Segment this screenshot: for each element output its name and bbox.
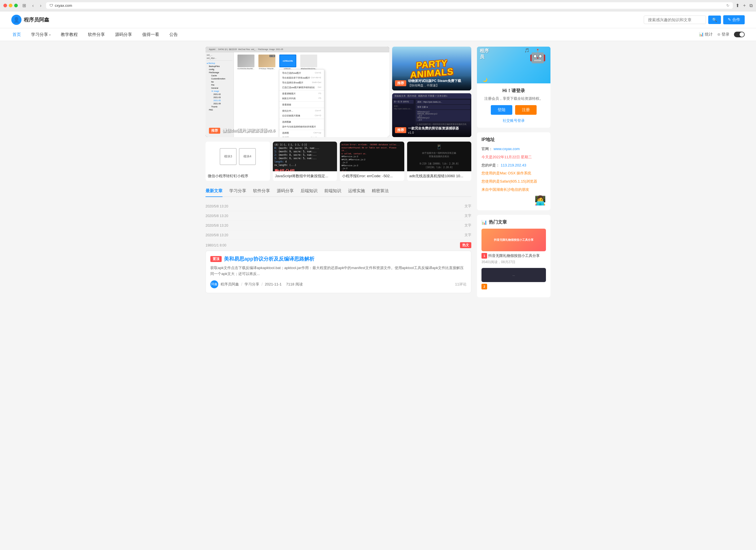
ip-website[interactable]: www.cxyax.com xyxy=(494,147,520,151)
logo[interactable]: 👤 程序员阿鑫 xyxy=(11,15,49,25)
dropdown-icon-learning: ▾ xyxy=(49,33,51,36)
traffic-light-yellow[interactable] xyxy=(9,4,12,7)
back-btn[interactable]: ‹ xyxy=(31,3,35,9)
article-footer: 阿鑫 程序员阿鑫 / 学习分享 / 2021-11-1 7118 阅读 11评论 xyxy=(210,280,466,288)
card-js-array[interactable]: (4) [{-}, {-}, {-}, {-}] 0: {month: 10, … xyxy=(273,142,337,181)
banner-decoration: 程序员 xyxy=(480,48,489,60)
fm-menu-find[interactable]: 查找文件...Ctrl+F xyxy=(279,109,324,113)
tab-learning[interactable]: 学习分享 xyxy=(229,186,246,197)
fm-sidebar-item: ▼ image xyxy=(207,90,232,93)
fm-menu-export-shift[interactable]: 导出选择目录dat图片Shift+Del xyxy=(279,80,324,85)
err-line2: esourceNotFound) Db or Table not exist. … xyxy=(342,146,403,152)
fm-file-icon: e256a19b xyxy=(279,55,296,67)
collab-button[interactable]: ✎ 合作 xyxy=(723,15,745,24)
card-adb-error[interactable]: 📱 由于连接方在一段时间内没有正确答复或连接的主机出0:219 [通:10060… xyxy=(407,142,472,181)
fm-menu-export-del[interactable]: 已选已选dat图片解密并移到此站Del xyxy=(279,85,324,90)
fm-menu-refresh[interactable]: 刷新文件列表F5 xyxy=(279,96,324,101)
sidebar-toggle-btn[interactable]: ⊞ xyxy=(21,2,28,9)
ip-item-ip: 您的IP是： 113.219.202.43 xyxy=(481,163,546,169)
main-article[interactable]: 置顶 美和易思app协议分析及反编译思路解析 获取apk文件点击下载反编译apk… xyxy=(206,251,471,293)
err-line3: e called, contact us. xyxy=(342,152,403,156)
login-button[interactable]: 登陆 xyxy=(491,105,512,115)
js-code: 3: {month: 6, socre: 5, num:... xyxy=(275,157,336,160)
refresh-icon[interactable]: ↻ xyxy=(726,3,729,8)
adb-content: 📱 由于连接方在一段时间内没有正确答复或连接的主机出0:219 [通:10060… xyxy=(420,144,459,170)
nav-item-notice[interactable]: 公告 xyxy=(168,32,179,37)
forward-btn[interactable]: › xyxy=(38,3,43,9)
fm-menu-rotate2[interactable]: 选择图Ctrl+Down xyxy=(279,135,324,137)
tab-frontend[interactable]: 前端知识 xyxy=(324,186,341,197)
ip-item-date: 今天是2022年11月22日 星期二 xyxy=(481,154,546,160)
fm-menu-copy[interactable]: 仅仅切换图片图像Ctrl+D xyxy=(279,113,324,118)
banner-main[interactable]: Applet DATA2 (E:) 微信目录 WeChat Files wid_… xyxy=(206,47,389,137)
tab-algo[interactable]: 精密算法 xyxy=(372,186,389,197)
traffic-light-red[interactable] xyxy=(3,4,7,7)
logo-icon: 👤 xyxy=(11,15,21,25)
fm-sidebar-item: PAG xyxy=(207,108,232,111)
fm-file[interactable]: e256a19b e256a19... xyxy=(278,55,298,70)
chart-icon: 📊 xyxy=(481,220,487,225)
author-sep: / xyxy=(241,282,242,286)
fm-menu-select-all[interactable]: 选中与当前选择档相邻的所有图片 xyxy=(279,124,324,129)
nav-item-source[interactable]: 源码分享 xyxy=(114,32,133,37)
nav-item-worthsee[interactable]: 值得一看 xyxy=(141,32,160,37)
card-error-title: 小程序报Error: errCode: -502... xyxy=(340,171,404,181)
js-code: 0: {month: 10, socre: 15, num:... xyxy=(275,147,336,150)
window-btn[interactable]: ⧉ xyxy=(749,3,753,8)
traffic-light-green[interactable] xyxy=(14,4,18,7)
ip-label: 官网： xyxy=(481,147,493,151)
fm-filename: b1c50b33bc3fae582... xyxy=(237,68,254,70)
js-code: length: 4 xyxy=(275,160,336,164)
cb-tab2: 图片内容 xyxy=(407,94,416,98)
tab-software[interactable]: 软件分享 xyxy=(253,186,270,197)
social-login-link[interactable]: 社交账号登录 xyxy=(481,118,546,123)
tab-latest[interactable]: 最新文章 xyxy=(206,186,223,197)
fm-file[interactable]: 5.7 MB f7441faac-780ad30... xyxy=(257,55,277,70)
fm-menu-rotate[interactable]: 选择图Ctrl+Up xyxy=(279,131,324,135)
nav-item-tutorial[interactable]: 教学教程 xyxy=(60,32,79,37)
login-link[interactable]: ⊙ 登录 xyxy=(717,32,729,37)
fm-menu-select[interactable]: 选择图象 xyxy=(279,120,324,124)
author-avatar: 阿鑫 xyxy=(210,280,218,288)
card-mini-error[interactable]: ection Error: errCode: -502005 database … xyxy=(340,142,404,181)
fm-menu-preview[interactable]: 查看调整图片F3 xyxy=(279,91,324,96)
share-btn[interactable]: ⬆ xyxy=(736,3,739,8)
fm-sidebar-item: fav xyxy=(207,80,232,83)
search-button[interactable]: 🔍 xyxy=(708,16,721,24)
fm-sidebar-item: FileStorage xyxy=(207,71,232,74)
file-manager-sim: Applet DATA2 (E:) 微信目录 WeChat Files wid_… xyxy=(206,47,389,137)
fm-menu-export-all[interactable]: 导出前面目录下所有dat图片Ctrl+Alt+E xyxy=(279,76,324,80)
nav-item-learning[interactable]: 学习分享 ▾ xyxy=(30,32,52,37)
fm-menu-search[interactable]: 查看搜索 xyxy=(279,102,324,107)
ip-item-os: 您使用的是Mac OSX 操作系统 xyxy=(481,171,546,176)
fm-sep4 xyxy=(279,119,324,119)
address-bar[interactable]: 🛡 cxyax.com ↻ xyxy=(46,2,733,9)
nav-item-software[interactable]: 软件分享 xyxy=(87,32,106,37)
stat-link[interactable]: 📊 统计 xyxy=(699,32,713,37)
tab-backend[interactable]: 后端知识 xyxy=(301,186,317,197)
new-tab-btn[interactable]: ＋ xyxy=(742,3,747,8)
fm-file[interactable]: b1c50b33bc3fae582... xyxy=(236,55,256,70)
card-wechat-mini[interactable]: 模块3 模块4 微信小程序转钉钉小程序 xyxy=(206,142,270,181)
article-comments[interactable]: 11评论 xyxy=(455,282,466,287)
banner-clipboard[interactable]: 剪贴板文本 图片内容 截图内容 不限量·7 文本分析1 第一批 资 放映地 原则… xyxy=(392,93,471,137)
banner-party-animals[interactable]: PARTYANIMALS 推荐 动物派对试玩版PC Steam免费下载 【快传网… xyxy=(392,47,471,90)
shield-icon: 🛡 xyxy=(49,3,53,8)
article-title[interactable]: 美和易思app协议分析及反编译思路解析 xyxy=(224,256,314,262)
search-input[interactable] xyxy=(644,16,706,24)
fm-sidebar-item: 2021-02 xyxy=(207,93,232,96)
fm-file[interactable]: 9f5d0be935b0234a... xyxy=(299,55,319,70)
err-line6: .js:2 xyxy=(342,161,403,164)
tab-ops[interactable]: 运维实施 xyxy=(348,186,365,197)
hot-article-item-2[interactable]: ... 2 xyxy=(481,268,546,289)
hot-article-item-1[interactable]: 抖音无限礼物假按扭小工具分享 1 抖音无限礼物假按扭小工具分享 35401阅读，… xyxy=(481,229,546,265)
header-search: 🔍 ✎ 合作 xyxy=(644,15,745,24)
fm-menu-export[interactable]: 导出已选的dat图片Ctrl+E xyxy=(279,71,324,76)
party-animals-content: PARTYANIMALS xyxy=(410,60,453,78)
nav-item-home[interactable]: 首页 xyxy=(11,32,22,37)
tab-source[interactable]: 源码分享 xyxy=(277,186,294,197)
dark-mode-toggle[interactable] xyxy=(734,32,745,37)
fm-file-icon xyxy=(300,55,317,67)
fm-sidebar-item: Thumb xyxy=(207,105,232,108)
register-button[interactable]: 注册 xyxy=(515,105,537,115)
